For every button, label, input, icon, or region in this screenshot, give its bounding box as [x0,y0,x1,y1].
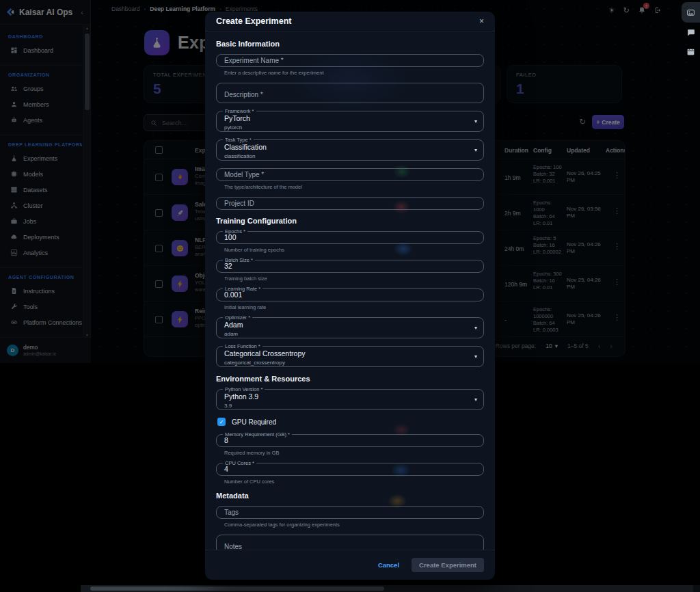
description-field[interactable]: Description * [216,83,484,103]
caret-down-icon: ▾ [474,147,477,153]
cpu-cores-helper: Number of CPU cores [224,479,484,485]
batch-size-field[interactable]: Batch Size * 32 [216,260,484,273]
section-basic-information: Basic Information [216,40,484,48]
calendar-icon[interactable] [686,47,695,56]
create-experiment-modal: Create Experiment × Basic Information Ex… [205,12,495,580]
modal-footer: Cancel Create Experiment [205,550,495,580]
optimizer-select[interactable]: Optimizer * Adam adam ▾ [216,317,484,338]
python-version-select[interactable]: Python Version * Python 3.9 3.9 ▾ [216,389,484,410]
batch-size-helper: Training batch size [224,275,484,282]
tags-helper: Comma-separated tags for organizing expe… [224,522,484,528]
caret-down-icon: ▾ [474,353,477,360]
side-dock [682,2,700,23]
caret-down-icon: ▾ [474,325,477,331]
loss-function-select[interactable]: Loss Function * Categorical Crossentropy… [216,346,484,367]
cpu-cores-field[interactable]: CPU Cores * 4 [216,463,484,476]
learning-rate-field[interactable]: Learning Rate * 0.001 [216,288,484,301]
experiment-name-field[interactable]: Experiment Name * [216,54,484,67]
model-type-field[interactable]: Model Type * [216,168,484,181]
scrollbar-corner [693,585,700,592]
screenshot-icon[interactable] [686,8,695,17]
section-environment-resources: Environment & Resources [216,375,484,383]
horizontal-scrollbar[interactable] [81,585,700,592]
scrollbar-thumb[interactable] [90,587,384,591]
epochs-helper: Number of training epochs [224,247,484,253]
section-training-configuration: Training Configuration [216,217,484,225]
learning-rate-helper: Initial learning rate [224,304,484,310]
tags-field[interactable]: Tags [216,506,484,519]
create-experiment-button[interactable]: Create Experiment [412,558,484,572]
gpu-required-checkbox[interactable]: ✓ [217,418,226,426]
task-type-select[interactable]: Task Type * Classification classificatio… [216,139,484,161]
close-icon[interactable]: × [479,16,484,26]
framework-select[interactable]: Framework * PyTorch pytorch ▾ [216,111,484,132]
experiment-name-helper: Enter a descriptive name for the experim… [224,70,484,76]
chat-icon[interactable] [686,28,695,37]
model-type-helper: The type/architecture of the model [224,184,484,190]
project-id-field[interactable]: Project ID [216,197,484,210]
caret-down-icon: ▾ [474,396,477,403]
dock-panel[interactable] [682,2,700,23]
modal-body: Basic Information Experiment Name * Ente… [205,31,495,550]
cancel-button[interactable]: Cancel [378,561,399,569]
caret-down-icon: ▾ [474,118,477,124]
epochs-field[interactable]: Epochs * 100 [216,231,484,244]
screen: Kaisar AI Ops ‹ DASHBOARDDashboardORGANI… [0,0,700,592]
modal-title: Create Experiment [216,16,291,26]
memory-requirement-field[interactable]: Memory Requirement (GB) * 8 [216,434,484,447]
modal-header: Create Experiment × [205,12,495,31]
memory-helper: Required memory in GB [224,450,484,456]
section-metadata: Metadata [216,492,484,500]
gpu-required-checkbox-row: ✓ GPU Required [217,418,484,426]
notes-field[interactable]: Notes [216,535,484,550]
